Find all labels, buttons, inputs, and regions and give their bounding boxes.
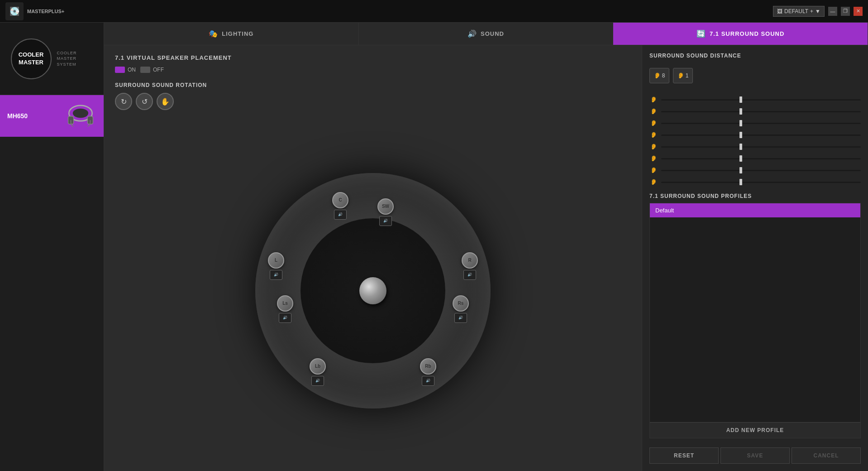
dropdown-icon: ▼ — [815, 8, 820, 14]
distance-icons: 👂 8 👂 1 — [649, 68, 861, 83]
profile-selector[interactable]: 🖼 DEFAULT + ▼ — [773, 6, 825, 17]
speaker-inner-ring — [300, 218, 445, 363]
speaker-placement-panel: 7.1 VIRTUAL SPEAKER PLACEMENT ON OFF SUR… — [104, 45, 642, 471]
speaker-Lb[interactable]: Lb 🔊 — [310, 358, 326, 386]
rotate-ccw-button[interactable]: ↺ — [136, 93, 153, 110]
speaker-Rs[interactable]: Rs 🔊 — [453, 295, 469, 323]
speaker-L-icon: L — [268, 252, 284, 269]
profile-label: DEFAULT — [784, 8, 808, 14]
slider-track-5[interactable] — [661, 146, 861, 148]
slider-row-6: 👂 — [649, 153, 861, 164]
rotate-cw-button[interactable]: ↻ — [115, 93, 132, 110]
rotation-label: SURROUND SOUND ROTATION — [115, 82, 631, 88]
speaker-Ls-icon: Ls — [277, 295, 293, 312]
speaker-L-sub: 🔊 — [270, 270, 282, 280]
slider-ear-icon-7: 👂 — [649, 167, 658, 173]
speaker-L[interactable]: L 🔊 — [268, 252, 284, 280]
slider-track-1[interactable] — [661, 99, 861, 101]
speaker-Rs-icon: Rs — [453, 295, 469, 312]
distance-mode-2[interactable]: 👂 1 — [673, 68, 693, 83]
slider-track-4[interactable] — [661, 135, 861, 136]
sound-icon: 🔊 — [467, 29, 477, 38]
add-profile-icon: + — [810, 8, 813, 14]
lighting-icon: 🎭 — [209, 29, 218, 38]
slider-row-8: 👂 — [649, 177, 861, 187]
slider-thumb-5[interactable] — [739, 144, 742, 150]
speaker-C[interactable]: C 🔊 — [332, 192, 348, 220]
slider-track-6[interactable] — [661, 158, 861, 159]
sidebar-header: COOLER MASTER COOLER MASTER SYSTEM — [0, 23, 104, 95]
content-area: 🎭 LIGHTING 🔊 SOUND 🔄 7.1 SURROUND SOUND … — [104, 23, 868, 471]
svg-point-3 — [73, 109, 88, 118]
stop-rotation-button[interactable]: ✋ — [157, 93, 174, 110]
save-button[interactable]: SAVE — [720, 447, 790, 464]
distance-mode-1[interactable]: 👂 8 — [649, 68, 669, 83]
speaker-diagram: C 🔊 SW 🔊 — [115, 119, 631, 462]
brand-name-text: COOLER MASTER SYSTEM — [57, 50, 93, 67]
on-indicator — [115, 67, 125, 73]
slider-row-3: 👂 — [649, 118, 861, 129]
right-panel: SURROUND SOUND DISTANCE 👂 8 👂 1 👂 — [642, 45, 868, 471]
cancel-button[interactable]: CANCEL — [792, 447, 861, 464]
reset-button[interactable]: RESET — [649, 447, 719, 464]
slider-thumb-4[interactable] — [739, 132, 742, 138]
slider-thumb-6[interactable] — [739, 155, 742, 162]
add-new-profile-button[interactable]: ADD NEW PROFILE — [650, 422, 860, 438]
main-panel: 7.1 VIRTUAL SPEAKER PLACEMENT ON OFF SUR… — [104, 45, 868, 471]
speaker-R[interactable]: R 🔊 — [462, 252, 478, 280]
toggle-row: ON OFF — [115, 67, 631, 73]
maximize-button[interactable]: ❐ — [841, 7, 850, 16]
tab-lighting-label: LIGHTING — [222, 30, 253, 37]
speaker-Rb-label: Rb — [425, 364, 431, 369]
surround-icon: 🔄 — [696, 29, 706, 38]
app-logo-icon: 💽 — [5, 2, 24, 20]
slider-thumb-8[interactable] — [739, 179, 742, 185]
device-list-item[interactable]: MH650 — [0, 95, 104, 137]
speaker-SW-sub: 🔊 — [379, 216, 392, 226]
speaker-C-icon: C — [332, 192, 348, 208]
speaker-Rb-icon: Rb — [420, 358, 436, 375]
speaker-R-icon: R — [462, 252, 478, 269]
speaker-Ls-sub: 🔊 — [279, 313, 291, 323]
off-toggle[interactable]: OFF — [140, 67, 164, 73]
speaker-Rs-sub: 🔊 — [454, 313, 467, 323]
slider-ear-icon-8: 👂 — [649, 179, 658, 185]
tab-lighting[interactable]: 🎭 LIGHTING — [104, 23, 359, 45]
profiles-title: 7.1 SURROUND SOUND PROFILES — [649, 193, 861, 199]
surround-distance-title: SURROUND SOUND DISTANCE — [649, 53, 861, 59]
titlebar-logo: 💽 MASTERPLUS+ — [5, 2, 64, 20]
bottom-action-buttons: RESET SAVE CANCEL — [649, 447, 861, 464]
slider-thumb-3[interactable] — [739, 120, 742, 126]
slider-thumb-7[interactable] — [739, 167, 742, 173]
close-button[interactable]: ✕ — [854, 7, 863, 16]
slider-row-7: 👂 — [649, 165, 861, 176]
profiles-empty-space — [650, 217, 860, 422]
slider-track-2[interactable] — [661, 111, 861, 112]
tab-sound[interactable]: 🔊 SOUND — [359, 23, 614, 45]
on-label: ON — [128, 67, 136, 73]
slider-track-8[interactable] — [661, 182, 861, 183]
speaker-Ls[interactable]: Ls 🔊 — [277, 295, 293, 323]
profiles-list: Default ADD NEW PROFILE — [649, 203, 861, 438]
app-container: COOLER MASTER COOLER MASTER SYSTEM MH650 — [0, 23, 868, 471]
speaker-Ls-label: Ls — [282, 301, 288, 306]
speaker-Rs-label: Rs — [458, 301, 464, 306]
titlebar: 💽 MASTERPLUS+ 🖼 DEFAULT + ▼ — ❐ ✕ — [0, 0, 868, 23]
slider-thumb-1[interactable] — [739, 96, 742, 103]
speaker-C-sub: 🔊 — [334, 210, 347, 220]
speaker-Rb[interactable]: Rb 🔊 — [420, 358, 436, 386]
slider-ear-icon-5: 👂 — [649, 144, 658, 150]
minimize-button[interactable]: — — [828, 7, 837, 16]
speaker-SW[interactable]: SW 🔊 — [377, 198, 394, 226]
slider-ear-icon-2: 👂 — [649, 108, 658, 115]
dist-val-1: 8 — [662, 72, 665, 79]
slider-ear-icon-1: 👂 — [649, 96, 658, 103]
slider-track-3[interactable] — [661, 123, 861, 124]
tab-surround[interactable]: 🔄 7.1 SURROUND SOUND — [613, 23, 868, 45]
profile-default[interactable]: Default — [650, 203, 860, 217]
slider-thumb-2[interactable] — [739, 108, 742, 115]
sidebar-brand: COOLER MASTER SYSTEM — [57, 50, 93, 67]
tab-bar: 🎭 LIGHTING 🔊 SOUND 🔄 7.1 SURROUND SOUND — [104, 23, 868, 45]
slider-track-7[interactable] — [661, 170, 861, 171]
on-toggle[interactable]: ON — [115, 67, 136, 73]
